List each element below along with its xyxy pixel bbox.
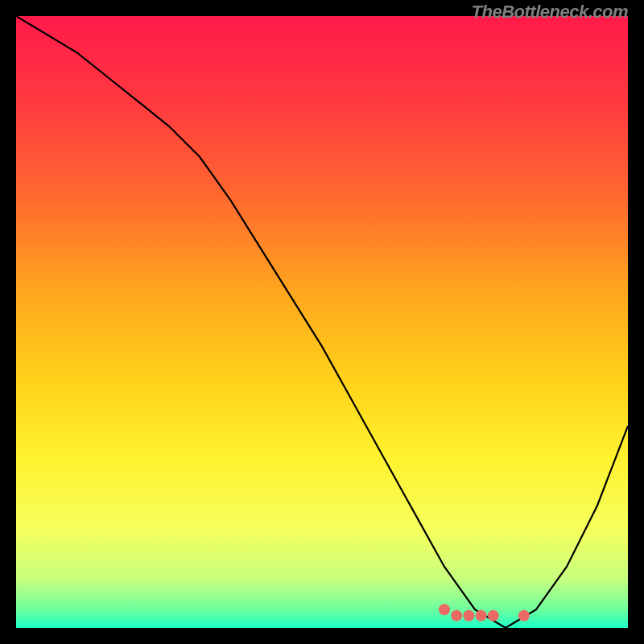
data-marker — [463, 610, 474, 621]
chart-container: TheBottleneck.com — [0, 0, 644, 644]
data-marker — [518, 610, 530, 621]
data-marker — [488, 610, 499, 621]
curve-layer — [16, 16, 628, 628]
bottleneck-curve — [16, 16, 628, 628]
data-marker — [439, 604, 450, 615]
data-marker — [476, 610, 487, 621]
watermark-text: TheBottleneck.com — [472, 2, 628, 23]
plot-area — [16, 16, 628, 628]
marker-group — [439, 604, 530, 621]
data-marker — [451, 610, 462, 621]
